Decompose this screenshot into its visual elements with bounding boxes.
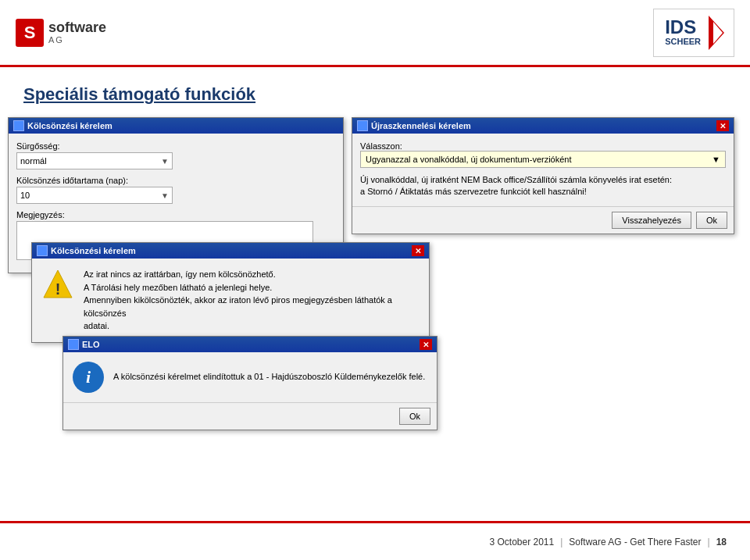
footer: 3 October 2011 | Software AG - Get There…	[0, 521, 750, 560]
header: S software AG IDS SCHEER	[0, 0, 750, 67]
dialog2-body: Válasszon: Ugyanazzal a vonalkóddal, új …	[352, 134, 734, 206]
footer-divider2: |	[708, 537, 710, 548]
footer-company: Software AG - Get There Faster	[569, 537, 701, 548]
dialog4-title-group: ELO	[68, 339, 100, 350]
surg-value: normál	[20, 156, 47, 166]
idotartam-row: Kölcsönzés időtartama (nap): 10 ▼	[16, 176, 335, 204]
visszahelyezes-button[interactable]: Visszahelyezés	[612, 212, 691, 229]
footer-date: 3 October 2011	[489, 537, 554, 548]
dialog3-body: ! Az irat nincs az irattárban, így nem k…	[32, 259, 429, 342]
dialog2-title-icon	[357, 120, 368, 131]
dialog3-text: Az irat nincs az irattárban, így nem köl…	[84, 268, 420, 333]
dialog3-line1: Az irat nincs az irattárban, így nem köl…	[84, 268, 420, 281]
dialog-ujraszkennelesii: Újraszkennelési kérelem ✕ Válasszon: Ugy…	[352, 117, 734, 234]
select-arrow-icon: ▼	[712, 155, 720, 164]
dialog4-titlebar: ELO ✕	[63, 337, 437, 352]
dialog2-footer: Visszahelyezés Ok	[352, 206, 734, 234]
dialog4-footer: Ok	[63, 402, 437, 430]
dialog3-close-button[interactable]: ✕	[412, 245, 424, 256]
dialog3-title-group: Kölcsönzési kérelem	[37, 245, 136, 256]
dialog2-titlebar: Újraszkennelési kérelem ✕	[352, 118, 734, 134]
dialog-elo: ELO ✕ i A kölcsönzési kérelmet elindítot…	[62, 336, 438, 430]
ids-scheer-logo: IDS SCHEER	[653, 9, 734, 57]
megjegyzes-label: Megjegyzés:	[16, 210, 335, 219]
ok-button-dialog4[interactable]: Ok	[399, 408, 430, 425]
page-title: Speciális támogató funkciók	[0, 67, 750, 117]
surg-input[interactable]: normál ▼	[16, 152, 173, 169]
content-area: Kölcsönzési kérelem Sürgősség: normál ▼ …	[0, 117, 750, 516]
select-value: Ugyanazzal a vonalkóddal, új dokumentum-…	[366, 155, 572, 164]
surg-label: Sürgősség:	[16, 141, 335, 151]
dialog1-title-group: Kölcsönzési kérelem	[13, 120, 112, 131]
footer-page: 18	[716, 537, 727, 548]
logo-s-icon: S	[16, 19, 44, 47]
idotartam-input[interactable]: 10 ▼	[16, 187, 173, 204]
surg-row: Sürgősség: normál ▼	[16, 141, 335, 169]
footer-divider1: |	[560, 537, 562, 548]
logo-ag-text: AG	[48, 35, 106, 45]
dialog3-titlebar: Kölcsönzési kérelem ✕	[32, 243, 429, 259]
dialog2-title-group: Újraszkennelési kérelem	[357, 120, 471, 131]
ids-text: IDS	[665, 18, 701, 37]
dialog2-close-button[interactable]: ✕	[716, 120, 729, 131]
idotartam-dropdown-arrow: ▼	[161, 191, 169, 200]
dialog4-title-icon	[68, 339, 79, 350]
arrow-inner-icon	[713, 22, 723, 44]
idotartam-label: Kölcsönzés időtartama (nap):	[16, 176, 335, 185]
select-input[interactable]: Ugyanazzal a vonalkóddal, új dokumentum-…	[360, 151, 726, 168]
dialog4-body: i A kölcsönzési kérelmet elindítottuk a …	[63, 352, 437, 402]
dialog3-title-text: Kölcsönzési kérelem	[51, 246, 136, 255]
dialog4-title-text: ELO	[82, 340, 100, 349]
dialog4-message: A kölcsönzési kérelmet elindítottuk a 01…	[113, 371, 425, 383]
dialog3-line3: Amennyiben kikölcsönözték, akkor az irat…	[84, 294, 420, 319]
dialog3-line4: adatai.	[84, 319, 420, 333]
warning-icon: !	[41, 268, 74, 301]
dialog2-title-text: Újraszkennelési kérelem	[371, 121, 471, 130]
dialog1-title-icon	[13, 120, 24, 131]
software-ag-logo: S software AG	[16, 19, 106, 47]
ok-button-dialog2[interactable]: Ok	[696, 212, 727, 229]
idotartam-value: 10	[20, 191, 30, 200]
scheer-text: SCHEER	[665, 37, 701, 47]
surg-dropdown-arrow: ▼	[161, 157, 169, 166]
dialog3-title-icon	[37, 245, 48, 256]
svg-text:!: !	[55, 280, 61, 298]
select-label: Válasszon:	[360, 141, 402, 151]
info-icon: i	[73, 362, 104, 393]
dialog1-title-text: Kölcsönzési kérelem	[27, 121, 112, 130]
dialog1-titlebar: Kölcsönzési kérelem	[9, 118, 343, 134]
dialog2-info-text: Új vonalkóddal, új iratként NEM Back off…	[360, 174, 726, 198]
dialog-kolcsonzesi-warning: Kölcsönzési kérelem ✕ ! Az irat nincs az…	[31, 242, 430, 343]
dialog3-line2: A Tárolási hely mezőben látható a jelenl…	[84, 281, 420, 294]
select-row: Válasszon: Ugyanazzal a vonalkóddal, új …	[360, 141, 726, 168]
dialog4-close-button[interactable]: ✕	[420, 339, 432, 350]
logo-software-text: software	[48, 20, 106, 36]
